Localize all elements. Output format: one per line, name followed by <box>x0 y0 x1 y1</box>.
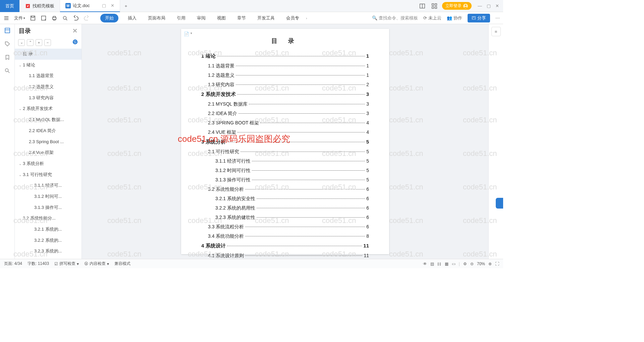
cloud-status[interactable]: ⟳ 未上云 <box>423 15 441 21</box>
layout-icon[interactable] <box>418 2 427 10</box>
print-icon[interactable] <box>51 15 57 21</box>
outline-tools: ⌄ ⌃ + − <box>15 38 82 47</box>
expand-all-icon[interactable]: ⌃ <box>27 39 34 46</box>
hamburger-icon[interactable] <box>3 15 9 21</box>
outline-item[interactable]: ⌄3 系统分析 <box>15 158 82 169</box>
minimize-icon[interactable]: — <box>478 3 482 8</box>
outline-sync-icon[interactable] <box>72 39 78 46</box>
outline-item[interactable]: ⌄3.2 系统性能分... <box>15 213 82 224</box>
fullscreen-icon[interactable]: ⛶ <box>495 262 499 266</box>
menu-7[interactable]: 开发工具 <box>255 14 277 22</box>
search-icon[interactable] <box>4 67 11 74</box>
close-window-icon[interactable]: ✕ <box>495 3 499 8</box>
outline-item[interactable]: 目 录 <box>15 49 82 60</box>
collab-button[interactable]: 👥 协作 <box>447 15 462 21</box>
menu-2[interactable]: 页面布局 <box>146 14 167 22</box>
bookmark-icon[interactable] <box>4 54 11 61</box>
rightpanel-toggle-icon[interactable]: ≡ <box>491 27 501 36</box>
command-search[interactable]: 🔍 查找命令、搜索模板 <box>372 15 418 21</box>
outline-item[interactable]: 1.1 选题背景 <box>15 70 82 81</box>
view-outline-icon[interactable]: ▦ <box>445 262 448 266</box>
outline-item[interactable]: 3.1.3 操作可... <box>15 202 82 213</box>
preview-icon[interactable] <box>62 15 68 21</box>
outline-item[interactable]: 3.2.3 系统的... <box>15 246 82 257</box>
view-web-icon[interactable]: ▭ <box>452 262 455 266</box>
outline-close-icon[interactable]: ✕ <box>72 27 77 35</box>
page-controls: 📄 ▾ <box>184 32 192 37</box>
main: 目录 ✕ ⌄ ⌃ + − 目 录⌄1 绪论1.1 选题背景1.2 选题意义1.3… <box>0 24 503 259</box>
word-count[interactable]: 字数: 11403 <box>28 261 49 267</box>
tab-close-icon[interactable]: ✕ <box>111 3 114 8</box>
feedback-tab[interactable] <box>496 198 503 209</box>
toc-row: 3.2 系统性能分析6 <box>201 184 369 194</box>
tab-float-icon[interactable]: ▢ <box>102 3 106 8</box>
menu-8[interactable]: 会员专 <box>284 14 301 22</box>
tab-document[interactable]: W 论文.doc ▢ ✕ <box>60 0 120 12</box>
toc-row: 1.2 选题意义1 <box>201 70 369 80</box>
more-icon[interactable]: ⋯ <box>495 15 500 20</box>
ribbon-right: 🔍 查找命令、搜索模板 ⟳ 未上云 👥 协作 ⮹ 分享 ⋯ <box>372 14 500 22</box>
view-page-icon[interactable]: ▤ <box>430 262 434 266</box>
tab-add-button[interactable]: ＋ <box>120 3 132 9</box>
outline-item[interactable]: 3.1.2 时间可... <box>15 191 82 202</box>
view-book-icon[interactable]: ⫿⫿ <box>437 262 441 266</box>
collapse-all-icon[interactable]: ⌄ <box>18 39 25 46</box>
menu-1[interactable]: 插入 <box>126 14 139 22</box>
outline-item[interactable]: 2.2 IDEA 简介 <box>15 125 82 136</box>
svg-rect-3 <box>432 3 434 5</box>
gear-icon[interactable]: ⚙ <box>463 262 467 266</box>
remove-section-icon[interactable]: − <box>44 39 51 46</box>
outline-item[interactable]: 2.3 Spring Boot ... <box>15 136 82 148</box>
spellcheck-toggle[interactable]: ☑ 拼写检查 ▾ <box>54 261 79 267</box>
window-controls: — ▢ ✕ <box>478 3 499 8</box>
outline-item[interactable]: 3.2.2 系统的... <box>15 235 82 246</box>
toc-row: 3.1.1 经济可行性5 <box>201 156 369 166</box>
zoom-level[interactable]: 70% <box>477 262 485 266</box>
login-button[interactable]: 立即登录 <box>442 2 472 10</box>
outline-item[interactable]: 1.2 选题意义 <box>15 81 82 93</box>
menu-4[interactable]: 审阅 <box>195 14 208 22</box>
page-dropdown-icon[interactable]: ▾ <box>191 32 192 37</box>
save-as-icon[interactable] <box>41 15 47 21</box>
share-button[interactable]: ⮹ 分享 <box>468 14 490 22</box>
outline-item[interactable]: 3.2.1 系统的... <box>15 224 82 235</box>
content-check[interactable]: ⦿ 内容检查 ▾ <box>84 261 109 267</box>
outline-item[interactable]: 3.1.1 经济可... <box>15 180 82 191</box>
view-reading-icon[interactable]: 👁 <box>423 262 427 266</box>
undo-icon[interactable] <box>73 15 79 21</box>
zoom-in-icon[interactable]: ⊕ <box>488 262 492 266</box>
right-rail: ≡ <box>488 24 503 259</box>
outline-item[interactable]: 2.1 MySQL 数据... <box>15 114 82 125</box>
page-doc-icon[interactable]: 📄 <box>184 32 189 37</box>
outline-item[interactable]: 3.3 系统流程分... <box>15 257 82 259</box>
outline-item[interactable]: 1.3 研究内容 <box>15 93 82 104</box>
page-indicator[interactable]: 页面: 4/34 <box>4 261 22 267</box>
add-section-icon[interactable]: + <box>36 39 42 46</box>
menu-6[interactable]: 章节 <box>235 14 248 22</box>
file-menu[interactable]: 文件 ▾ <box>14 15 25 21</box>
menu-0[interactable]: 开始 <box>100 14 118 22</box>
tab-home[interactable]: 首页 <box>0 0 20 12</box>
outline-item[interactable]: ⌄1 绪论 <box>15 60 82 71</box>
tag-icon[interactable] <box>4 40 11 48</box>
zoom-out-icon[interactable]: ⊖ <box>470 262 474 266</box>
svg-rect-9 <box>31 16 35 20</box>
toc-row: 3.2.3 系统的健壮性6 <box>201 213 369 222</box>
menu-5[interactable]: 视图 <box>215 14 228 22</box>
maximize-icon[interactable]: ▢ <box>487 3 491 8</box>
toc-row: 1.3 研究内容2 <box>201 80 369 89</box>
apps-icon[interactable] <box>430 2 439 10</box>
compat-mode[interactable]: 兼容模式 <box>114 261 130 267</box>
outline-item[interactable]: ⌄2 系统开发技术 <box>15 103 82 114</box>
toc-row: 2.4 VUE 框架4 <box>201 127 369 137</box>
outline-item[interactable]: 2.4 Vue 框架 <box>15 147 82 158</box>
menu-3[interactable]: 引用 <box>175 14 187 22</box>
outline-icon[interactable] <box>4 27 11 34</box>
redo-icon[interactable] <box>84 15 90 21</box>
document-area[interactable]: 📄 ▾ 目 录 1 绪论11.1 选题背景11.2 选题意义11.3 研究内容2… <box>82 24 488 259</box>
menu-overflow-icon[interactable]: › <box>306 16 307 20</box>
save-icon[interactable] <box>30 15 36 21</box>
tab-template-label: 找稻壳模板 <box>33 3 54 9</box>
tab-template[interactable]: 找稻壳模板 <box>20 0 60 12</box>
outline-item[interactable]: ⌄3.1 可行性研究 <box>15 169 82 180</box>
